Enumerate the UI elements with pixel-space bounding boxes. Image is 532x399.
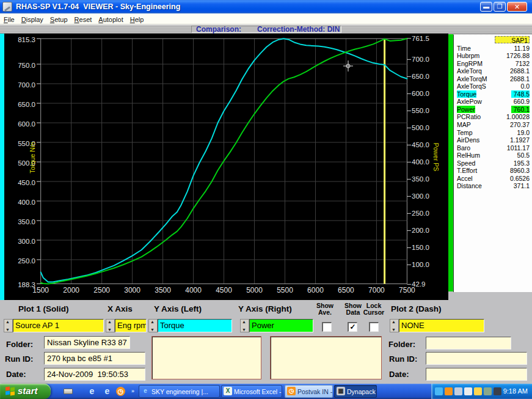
checkbox-ave[interactable] xyxy=(322,322,332,332)
right-tick-label: 600.0 xyxy=(412,90,429,97)
panel-row-relhum: RelHum50.5 xyxy=(457,152,531,159)
task-button-0[interactable]: eSKY engineering |... xyxy=(139,385,220,398)
panel-row-baro: Baro1011.17 xyxy=(457,144,531,152)
task-button-1[interactable]: XMicrosoft Excel - ... xyxy=(221,385,282,398)
right-tick-label: 150.0 xyxy=(412,244,429,251)
left-tick-label: 400.0 xyxy=(18,199,35,206)
panel-row-value: 7132 xyxy=(516,60,530,67)
ie2-icon[interactable]: e xyxy=(103,387,112,396)
panel-row-value: 1726.88 xyxy=(506,52,530,59)
y-right-spinner[interactable] xyxy=(240,319,249,332)
checkbox-header-cursor: Lock Cursor xyxy=(362,302,386,316)
minimize-button[interactable]: ▬ xyxy=(480,2,492,12)
x-tick-label: 4000 xyxy=(185,286,202,295)
y-left-spinner[interactable] xyxy=(148,319,158,332)
menu-reset[interactable]: Reset xyxy=(71,15,95,23)
title-bar: RHAS-SP V1.7-04 VIEWER - Sky-Engineering… xyxy=(0,0,532,13)
x-axis-field[interactable]: Eng rpm xyxy=(115,319,147,332)
left-tick-label: 700.0 xyxy=(18,81,35,89)
maximize-button[interactable]: ❐ xyxy=(494,2,506,12)
panel-row-axletorqs: AxleTorqS0.0 xyxy=(457,82,531,90)
app-icon: ▦ xyxy=(337,387,345,395)
plot1-field[interactable]: Source AP 1 xyxy=(13,319,104,332)
panel-row-value: 0.6526 xyxy=(510,175,530,182)
date-field-right[interactable] xyxy=(426,368,527,381)
date-field-left[interactable]: 24-Nov-2009 19:50:53 xyxy=(44,368,145,381)
tray-notes-icon[interactable] xyxy=(464,387,472,395)
plot1-spinner[interactable] xyxy=(4,319,13,332)
left-tick-label: 250.0 xyxy=(18,257,35,265)
panel-row-value: 2688.1 xyxy=(510,67,530,75)
tray-card-icon[interactable] xyxy=(484,387,492,395)
panel-row-value: 760.1 xyxy=(511,106,530,113)
dyno-chart[interactable]: 815.3750.0700.0650.0600.0550.0500.0450.0… xyxy=(0,34,456,300)
panel-row-label: Speed xyxy=(457,159,475,167)
x-tick-label: 7000 xyxy=(368,286,385,295)
panel-row-value: 195.3 xyxy=(514,159,530,167)
plot2-field[interactable]: NONE xyxy=(399,319,484,332)
menu-file[interactable]: File xyxy=(1,15,18,23)
y-left-field[interactable]: Torque xyxy=(158,319,232,332)
excel-icon: X xyxy=(224,387,232,395)
x-tick-label: 4500 xyxy=(216,286,232,295)
sap-header-label: SAP1 xyxy=(495,37,529,44)
tray-volume-icon[interactable] xyxy=(494,387,501,395)
runid-field-right[interactable] xyxy=(426,352,527,365)
close-button[interactable]: ✕ xyxy=(507,2,527,12)
system-tray: 9:18 AM xyxy=(431,384,532,399)
panel-gap xyxy=(448,291,532,300)
keyboard-icon[interactable] xyxy=(64,389,73,394)
panel-row-label: RelHum xyxy=(457,152,480,159)
comment-box-right[interactable] xyxy=(270,336,382,379)
task-button-2[interactable]: ◷Postvak IN - Micr... xyxy=(285,385,333,398)
panel-row-temp: Temp19.0 xyxy=(457,129,531,137)
checkbox-header-ave: Show Ave. xyxy=(313,302,337,316)
folder-field-right[interactable] xyxy=(426,337,511,350)
x-axis-header: X Axis xyxy=(107,304,133,313)
outlook-icon[interactable]: ◷ xyxy=(116,387,125,396)
y-right-field[interactable]: Power xyxy=(249,319,313,332)
sap-header-box[interactable]: SAP1 xyxy=(495,36,530,43)
menu-help[interactable]: Help xyxy=(127,15,147,23)
x-axis-spinner[interactable] xyxy=(106,319,115,332)
screen: RHAS-SP V1.7-04 VIEWER - Sky-Engineering… xyxy=(0,0,532,399)
panel-row-axletorq: AxleTorq2688.1 xyxy=(457,67,531,75)
x-tick-label: 3000 xyxy=(124,286,140,295)
tray-outlook-icon[interactable] xyxy=(445,387,453,395)
tray-display-icon[interactable] xyxy=(454,387,462,395)
checkbox-data[interactable]: ✓ xyxy=(348,322,357,332)
comment-box-left[interactable] xyxy=(151,336,261,379)
x-tick-label: 6000 xyxy=(307,286,324,295)
panel-row-label: AxleTorqM xyxy=(457,75,487,82)
folder-field-left[interactable]: Nissan Skyline R33 87 xyxy=(44,336,130,349)
panel-row-value: 1.00028 xyxy=(506,113,530,120)
panel-row-axlepow: AxlePow660.9 xyxy=(457,98,531,106)
plot2-header: Plot 2 (Dash) xyxy=(391,304,442,313)
menu-setup[interactable]: Setup xyxy=(47,15,71,23)
menu-autoplot[interactable]: Autoplot xyxy=(95,15,126,23)
runid-field-left[interactable]: 270 kpa bc e85 #1 xyxy=(44,352,145,365)
task-button-label: SKY engineering |... xyxy=(151,388,208,395)
comparison-bar: Comparison: Correction-Method: DIN xyxy=(0,24,532,34)
task-button-3[interactable]: ▦Dynapack xyxy=(334,385,377,398)
panel-row-label: Temp xyxy=(457,129,473,136)
ie-icon[interactable]: e xyxy=(87,387,97,396)
panel-row-value: 1011.17 xyxy=(507,144,530,152)
start-button[interactable]: start xyxy=(0,384,51,399)
chevron-icon[interactable]: » xyxy=(128,387,137,396)
panel-row-value: 8960.3 xyxy=(510,167,530,174)
folder-label-left: Folder: xyxy=(6,340,33,349)
panel-row-time: Time11.19 xyxy=(457,45,531,53)
panel-row-value: 19.0 xyxy=(517,129,530,136)
plot1-header: Plot 1 (Solid) xyxy=(18,304,69,313)
menu-display[interactable]: Display xyxy=(18,15,46,23)
tray-key-icon[interactable] xyxy=(474,387,482,395)
panel-row-value: 748.5 xyxy=(511,90,530,98)
tray-network-icon[interactable] xyxy=(435,387,443,395)
checkbox-cursor[interactable] xyxy=(369,322,379,332)
comparison-label: Comparison: xyxy=(196,25,241,34)
panel-row-label: T.Effort xyxy=(457,167,477,174)
panel-row-label: Torque xyxy=(457,90,476,98)
plot2-spinner[interactable] xyxy=(390,319,399,332)
right-tick-label: 400.0 xyxy=(412,158,429,166)
